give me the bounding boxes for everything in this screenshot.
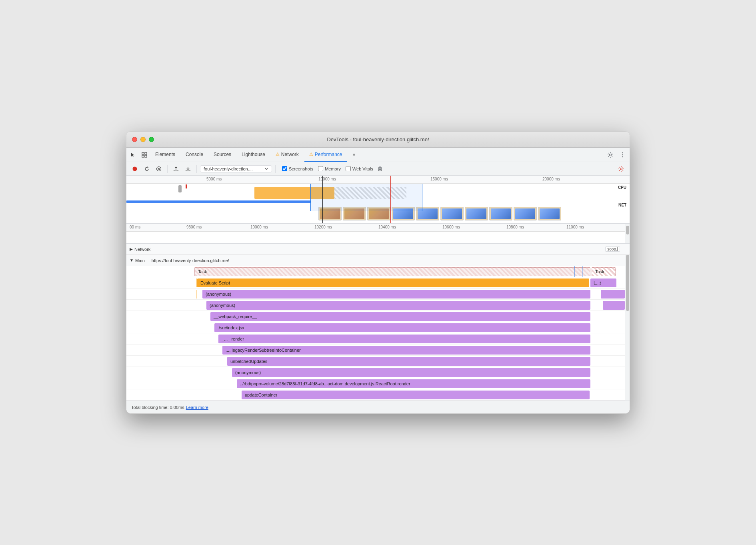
tab-lighthouse[interactable]: Lighthouse — [237, 148, 270, 162]
flame-row-anon2[interactable]: (anonymous) — [126, 300, 630, 311]
cpu-label: CPU — [618, 185, 626, 190]
performance-warn-icon: ⚠ — [309, 152, 313, 157]
svg-rect-3 — [145, 155, 147, 157]
v-marker-1 — [574, 266, 575, 277]
svg-rect-2 — [142, 155, 144, 157]
screenshot-3 — [367, 207, 390, 220]
tick-15000: 15000 ms — [430, 177, 448, 181]
flame-row-unbatched[interactable]: unbatchedUpdates — [126, 356, 630, 367]
flame-row-webpack[interactable]: __webpack_require__ — [126, 311, 630, 322]
task-bar: Task — [194, 267, 590, 276]
titlebar: DevTools - foul-heavenly-direction.glitc… — [126, 132, 630, 148]
svg-point-10 — [620, 168, 622, 170]
anon2-right-bar — [603, 301, 625, 310]
upload-button[interactable] — [171, 164, 181, 174]
flame-row-render[interactable]: _..._ render — [126, 333, 630, 345]
flame-row-anon1[interactable]: (anonymous) — [126, 289, 630, 300]
svg-point-7 — [622, 156, 623, 157]
anon1-bar: (anonymous) — [202, 290, 590, 299]
cpu-hatch-bar — [334, 187, 406, 199]
zoom-tick-10800: 10800 ms — [506, 225, 524, 229]
webvitals-checkbox[interactable]: Web Vitals — [346, 166, 373, 171]
learn-more-link[interactable]: Learn more — [186, 405, 208, 410]
legacy-bar: .... legacyRenderSubtreeIntoContainer — [222, 346, 590, 355]
flame-scrollbar[interactable] — [625, 255, 630, 401]
screenshot-4 — [392, 207, 415, 220]
evaluate-bar: Evaluate Script — [197, 279, 589, 287]
screenshot-8 — [489, 207, 512, 220]
render-bar: _..._ render — [218, 335, 590, 343]
v-scrollbar-thumb[interactable] — [626, 226, 629, 234]
tab-sources[interactable]: Sources — [209, 148, 236, 162]
flame-scrollbar-thumb[interactable] — [626, 255, 629, 311]
tab-performance[interactable]: ⚠ Performance — [304, 148, 347, 162]
screenshot-7 — [465, 207, 488, 220]
status-bar: Total blocking time: 0.00ms Learn more — [126, 401, 630, 413]
flamechart-area: ▼ Main — https://foul-heavenly-direction… — [126, 255, 630, 401]
network-warn-icon: ⚠ — [276, 152, 280, 157]
window-title: DevTools - foul-heavenly-direction.glitc… — [327, 136, 429, 142]
evaluate-bar-right: L...t — [590, 279, 616, 287]
devtools-panel: Elements Console Sources Lighthouse ⚠ Ne… — [126, 148, 630, 413]
network-badge: soop.j — [605, 246, 620, 252]
timeline-overview[interactable]: 5000 ms 10000 ms 15000 ms 20000 ms CPU N… — [126, 176, 630, 224]
screenshot-9 — [514, 207, 537, 220]
refresh-record-button[interactable] — [142, 164, 152, 174]
flame-row-anon3[interactable]: (anonymous) — [126, 367, 630, 378]
clear-button[interactable] — [154, 164, 164, 174]
zoom-tick-10600: 10600 ms — [442, 225, 460, 229]
close-button[interactable] — [132, 137, 137, 142]
unbatched-bar: unbatchedUpdates — [227, 357, 590, 366]
tab-console[interactable]: Console — [181, 148, 208, 162]
flame-row-srcindex[interactable]: ./src/index.jsx — [126, 322, 630, 333]
timeline-ruler: 5000 ms 10000 ms 15000 ms 20000 ms — [126, 176, 630, 184]
flame-row-updatecontainer[interactable]: updateContainer — [126, 389, 630, 401]
download-button[interactable] — [183, 164, 193, 174]
main-toolbar: Elements Console Sources Lighthouse ⚠ Ne… — [126, 148, 630, 162]
inspect-icon[interactable] — [139, 150, 150, 160]
zoom-tick-11000: 11000 ms — [566, 225, 584, 229]
flame-row-rbd[interactable]: ../rbd/pnpm-volume/28d7f85f-31d7-4fd8-ab… — [126, 378, 630, 389]
settings-button[interactable] — [605, 149, 616, 160]
net-label: NET — [618, 203, 626, 207]
tick-20000: 20000 ms — [542, 177, 560, 181]
zoom-tick-10400: 10400 ms — [378, 225, 396, 229]
window-controls — [132, 137, 154, 142]
menu-button[interactable] — [617, 149, 628, 160]
devtools-window: DevTools - foul-heavenly-direction.glitc… — [126, 131, 630, 414]
screenshots-checkbox[interactable]: Screenshots — [282, 166, 313, 171]
memory-input[interactable] — [318, 166, 323, 171]
network-section-header[interactable]: ▶ Network soop.j — [126, 244, 630, 255]
screenshots-input[interactable] — [282, 166, 287, 171]
flame-row-legacy[interactable]: .... legacyRenderSubtreeIntoContainer — [126, 345, 630, 356]
record-button[interactable] — [130, 164, 140, 174]
minimize-button[interactable] — [140, 137, 146, 142]
zoom-tick-10000: 10000 ms — [250, 225, 268, 229]
svg-point-4 — [610, 154, 612, 156]
cpu-area — [126, 184, 614, 203]
srcindex-bar: ./src/index.jsx — [214, 323, 590, 332]
tab-network[interactable]: ⚠ Network — [271, 148, 304, 162]
performance-toolbar: foul-heavenly-direction.... Screenshots … — [126, 162, 630, 176]
options-group: Screenshots Memory Web Vitals — [282, 166, 373, 171]
settings-active-button[interactable] — [616, 164, 626, 174]
zoom-tick-0: 00 ms — [130, 225, 140, 229]
tab-more[interactable]: » — [348, 148, 360, 162]
url-selector[interactable]: foul-heavenly-direction.... — [200, 165, 272, 172]
network-section-label: Network — [134, 247, 150, 252]
flame-row-evaluate[interactable]: Evaluate Script L...t — [126, 277, 630, 289]
cursor-icon[interactable] — [128, 150, 138, 160]
flame-row-task[interactable]: Task Task — [126, 266, 630, 277]
delete-button[interactable] — [375, 164, 385, 174]
maximize-button[interactable] — [149, 137, 154, 142]
zoom-tick-9800: 9800 ms — [186, 225, 202, 229]
total-blocking-time: Total blocking time: 0.00ms — [131, 405, 184, 410]
webvitals-input[interactable] — [346, 166, 351, 171]
v-scrollbar[interactable] — [625, 224, 630, 243]
separator-3 — [275, 165, 276, 173]
main-thread-header[interactable]: ▼ Main — https://foul-heavenly-direction… — [126, 255, 630, 266]
anon3-bar: (anonymous) — [232, 368, 590, 377]
cpu-red-marker — [186, 184, 187, 188]
tab-elements[interactable]: Elements — [150, 148, 180, 162]
memory-checkbox[interactable]: Memory — [318, 166, 341, 171]
